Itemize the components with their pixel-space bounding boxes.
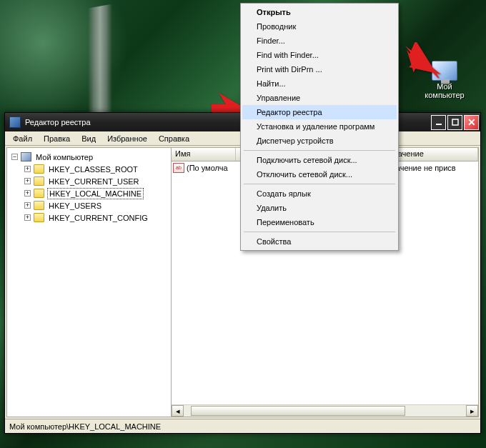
expand-icon[interactable]: + — [24, 166, 31, 172]
column-value[interactable]: Значение — [385, 148, 478, 161]
scroll-left-button[interactable]: ◂ — [172, 405, 184, 417]
tree-item[interactable]: + HKEY_USERS — [21, 199, 169, 211]
cm-manage[interactable]: Управление — [242, 91, 397, 105]
folder-icon — [34, 189, 44, 198]
separator — [244, 150, 395, 151]
tree-label: HKEY_LOCAL_MACHINE — [47, 188, 144, 199]
desktop-icon-label: Мой компьютер — [416, 82, 473, 99]
app-icon — [9, 116, 21, 128]
menu-file[interactable]: Файл — [8, 133, 37, 144]
tree-label: HKEY_CURRENT_CONFIG — [47, 213, 149, 223]
cm-find-with-finder[interactable]: Find with Finder... — [242, 48, 397, 62]
string-value-icon: ab — [173, 163, 184, 173]
cm-map-drive[interactable]: Подключить сетевой диск... — [242, 153, 397, 167]
tree-label: HKEY_CURRENT_USER — [47, 176, 141, 186]
cm-delete[interactable]: Удалить — [242, 201, 397, 215]
cm-add-remove-programs[interactable]: Установка и удаление программ — [242, 119, 397, 134]
cm-create-shortcut[interactable]: Создать ярлык — [242, 186, 397, 201]
separator — [244, 232, 395, 232]
cm-disconnect-drive[interactable]: Отключить сетевой диск... — [242, 167, 397, 181]
cm-registry-editor[interactable]: Редактор реестра — [242, 105, 397, 119]
minimize-button[interactable] — [431, 115, 446, 130]
tree-root[interactable]: − Мой компьютер — [9, 151, 169, 163]
status-text: Мой компьютер\HKEY_LOCAL_MACHINE — [9, 422, 161, 431]
cm-explorer[interactable]: Проводник — [242, 19, 397, 34]
cm-device-manager[interactable]: Диспетчер устройств — [242, 134, 397, 148]
column-name[interactable]: Имя — [172, 148, 236, 161]
expand-icon[interactable]: + — [24, 190, 31, 196]
separator — [244, 184, 395, 184]
folder-icon — [34, 176, 44, 186]
menu-help[interactable]: Справка — [154, 133, 194, 144]
svg-rect-4 — [436, 124, 442, 125]
menu-favorites[interactable]: Избранное — [102, 133, 152, 144]
tree-item[interactable]: + HKEY_CURRENT_USER — [21, 175, 169, 187]
horizontal-scrollbar[interactable]: ◂ ▸ — [172, 404, 478, 417]
cm-open[interactable]: Открыть — [242, 5, 397, 19]
cell-value: (значение не присв — [385, 164, 478, 172]
tree-label: Мой компьютер — [34, 152, 94, 162]
expand-icon[interactable]: + — [24, 214, 31, 221]
menu-edit[interactable]: Правка — [39, 133, 75, 144]
tree-item[interactable]: + HKEY_CLASSES_ROOT — [21, 163, 169, 175]
folder-icon — [34, 164, 44, 174]
tree-label: HKEY_CLASSES_ROOT — [47, 164, 139, 174]
collapse-icon[interactable]: − — [11, 154, 18, 160]
expand-icon[interactable]: + — [24, 202, 31, 209]
tree-item[interactable]: + HKEY_CURRENT_CONFIG — [21, 211, 169, 224]
cm-finder[interactable]: Finder... — [242, 34, 397, 48]
cm-print-dirprn[interactable]: Print with DirPrn ... — [242, 62, 397, 76]
expand-icon[interactable]: + — [24, 178, 31, 184]
computer-icon — [21, 152, 31, 161]
cm-find[interactable]: Найти... — [242, 76, 397, 91]
scroll-track[interactable] — [184, 405, 466, 417]
maximize-button[interactable] — [447, 115, 462, 130]
context-menu: Открыть Проводник Finder... Find with Fi… — [240, 3, 399, 251]
folder-icon — [34, 201, 44, 210]
cm-properties[interactable]: Свойства — [242, 234, 397, 249]
statusbar: Мой компьютер\HKEY_LOCAL_MACHINE — [5, 419, 480, 433]
cm-rename[interactable]: Переименовать — [242, 215, 397, 229]
close-button[interactable]: ✕ — [464, 115, 479, 130]
scroll-thumb[interactable] — [191, 406, 405, 416]
tree-pane[interactable]: − Мой компьютер + HKEY_CLASSES_ROOT + HK… — [7, 148, 172, 417]
svg-rect-5 — [452, 119, 458, 125]
tree-label: HKEY_USERS — [47, 201, 103, 211]
folder-icon — [34, 213, 44, 222]
tree-item-selected[interactable]: + HKEY_LOCAL_MACHINE — [21, 187, 169, 199]
scroll-right-button[interactable]: ▸ — [466, 405, 478, 417]
window-title: Редактор реестра — [25, 118, 91, 126]
menu-view[interactable]: Вид — [76, 133, 101, 144]
